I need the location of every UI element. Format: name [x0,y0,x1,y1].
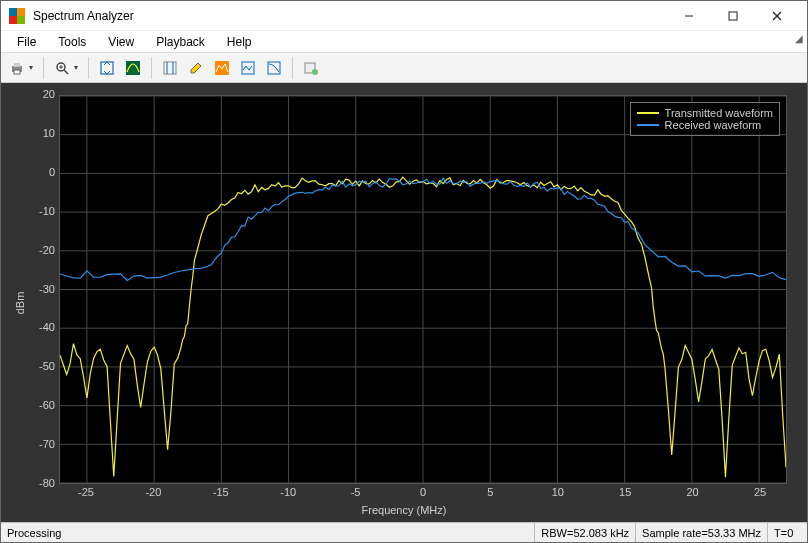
x-tick-label: 25 [750,486,770,498]
distortion-icon[interactable] [236,56,260,80]
x-tick-label: 10 [548,486,568,498]
x-tick-label: -20 [143,486,163,498]
spectrum-icon[interactable] [121,56,145,80]
menu-help[interactable]: Help [217,33,262,51]
y-tick-label: -20 [39,244,55,256]
legend-item-tx[interactable]: Transmitted waveform [637,107,773,119]
x-axis-label: Frequency (MHz) [362,504,447,516]
x-tick-label: 5 [480,486,500,498]
toolbar: ▾ ▾ [1,53,807,83]
menu-view[interactable]: View [98,33,144,51]
legend-swatch-rx [637,124,659,126]
print-icon[interactable] [5,56,29,80]
x-tick-label: 15 [615,486,635,498]
minimize-button[interactable] [667,2,711,30]
chart-svg [60,96,786,483]
print-dropdown-icon[interactable]: ▾ [29,63,37,72]
x-tick-label: -25 [76,486,96,498]
legend-label-tx: Transmitted waveform [665,107,773,119]
window-titlebar: Spectrum Analyzer [1,1,807,31]
app-logo-icon [9,8,25,24]
menu-corner-icon[interactable]: ◢ [795,33,803,44]
legend-swatch-tx [637,112,659,114]
status-rbw: RBW=52.083 kHz [534,523,635,542]
legend-label-rx: Received waveform [665,119,762,131]
svg-rect-17 [164,62,176,74]
x-tick-label: -5 [346,486,366,498]
svg-rect-5 [729,12,737,20]
status-bar: Processing RBW=52.083 kHz Sample rate=53… [1,522,807,542]
edit-icon[interactable] [184,56,208,80]
maximize-button[interactable] [711,2,755,30]
plot-canvas[interactable]: Transmitted waveform Received waveform [59,95,787,484]
svg-rect-3 [17,16,25,24]
y-tick-label: -60 [39,399,55,411]
y-tick-label: 0 [49,166,55,178]
x-tick-label: -15 [211,486,231,498]
peaks-icon[interactable] [210,56,234,80]
menu-tools[interactable]: Tools [48,33,96,51]
close-button[interactable] [755,2,799,30]
y-axis-label: dBm [14,291,26,314]
window-title: Spectrum Analyzer [33,9,667,23]
status-time: T=0 [767,523,807,542]
status-processing: Processing [1,523,534,542]
menu-bar: File Tools View Playback Help ◢ [1,31,807,53]
y-tick-label: -70 [39,438,55,450]
legend-item-rx[interactable]: Received waveform [637,119,773,131]
svg-point-24 [312,69,318,75]
y-tick-label: -10 [39,205,55,217]
autoscale-icon[interactable] [95,56,119,80]
svg-rect-10 [14,70,20,74]
y-tick-label: 10 [43,127,55,139]
x-tick-label: -10 [278,486,298,498]
y-tick-label: -40 [39,321,55,333]
svg-rect-1 [17,8,25,16]
y-tick-label: 20 [43,88,55,100]
cursor-icon[interactable] [158,56,182,80]
x-tick-label: 0 [413,486,433,498]
y-tick-label: -80 [39,477,55,489]
y-tick-label: -50 [39,360,55,372]
y-tick-label: -30 [39,283,55,295]
ccdf-icon[interactable] [262,56,286,80]
svg-rect-0 [9,8,17,16]
svg-rect-15 [101,62,113,74]
svg-rect-9 [14,63,20,67]
status-sample-rate: Sample rate=53.33 MHz [635,523,767,542]
x-tick-label: 20 [683,486,703,498]
zoom-icon[interactable] [50,56,74,80]
settings-icon[interactable] [299,56,323,80]
menu-playback[interactable]: Playback [146,33,215,51]
plot-area: dBm Frequency (MHz) -80-70-60-50-40-30-2… [1,83,807,522]
svg-line-12 [64,70,68,74]
menu-file[interactable]: File [7,33,46,51]
legend[interactable]: Transmitted waveform Received waveform [630,102,780,136]
svg-rect-2 [9,16,17,24]
zoom-dropdown-icon[interactable]: ▾ [74,63,82,72]
